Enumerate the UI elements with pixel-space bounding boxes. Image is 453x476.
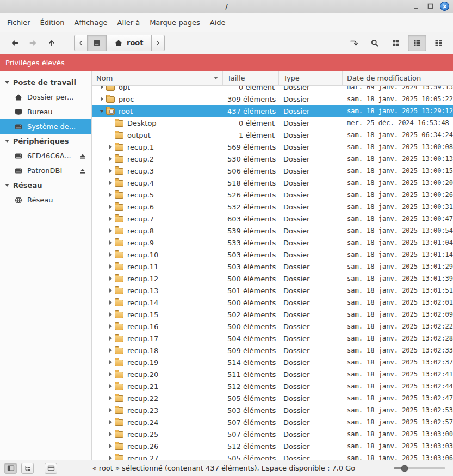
forward-button[interactable] — [24, 35, 42, 51]
breadcrumb-filesystem-button[interactable] — [87, 35, 107, 51]
sidebar-section-header[interactable]: Réseau — [0, 178, 91, 193]
sidebar-item[interactable]: Bureau — [0, 104, 91, 119]
expander-icon[interactable] — [106, 285, 115, 296]
column-header-type[interactable]: Type — [279, 71, 343, 85]
expander-icon[interactable] — [106, 308, 115, 320]
table-row[interactable]: recup.1569 élémentsDossiersam. 18 janv. … — [92, 141, 453, 153]
table-row[interactable]: output1 élémentDossiersam. 18 janv. 2025… — [92, 129, 453, 141]
expander-icon[interactable] — [106, 380, 115, 392]
table-row[interactable]: recup.16500 élémentsDossiersam. 18 janv.… — [92, 320, 453, 332]
expander-icon[interactable] — [106, 368, 115, 380]
table-row[interactable]: recup.9533 élémentsDossiersam. 18 janv. … — [92, 237, 453, 249]
menu-aide[interactable]: Aide — [205, 16, 231, 29]
sidebar-item[interactable]: Réseau — [0, 193, 91, 207]
table-row[interactable]: opt0 élémentDossiermar. 09 janv. 2024 15… — [92, 86, 453, 93]
list-view-button[interactable] — [408, 35, 426, 51]
titlebar[interactable]: / — [0, 0, 453, 13]
menu-affichage[interactable]: Affichage — [69, 16, 112, 29]
expander-icon[interactable] — [97, 86, 106, 93]
table-row[interactable]: recup.14500 élémentsDossiersam. 18 janv.… — [92, 296, 453, 308]
table-row[interactable]: recup.18509 élémentsDossiersam. 18 janv.… — [92, 344, 453, 356]
table-row[interactable]: recup.5526 élémentsDossiersam. 18 janv. … — [92, 189, 453, 201]
expander-icon[interactable] — [97, 105, 106, 117]
menu-marque-pages[interactable]: Marque-pages — [145, 16, 205, 29]
menu-edition[interactable]: Édition — [35, 16, 70, 29]
table-row[interactable]: recup.6532 élémentsDossiersam. 18 janv. … — [92, 201, 453, 213]
show-treeview-sidebar-button[interactable] — [21, 463, 34, 474]
table-row[interactable]: root437 élémentsDossiersam. 18 janv. 202… — [92, 105, 453, 117]
table-row[interactable]: recup.4518 élémentsDossiersam. 18 janv. … — [92, 177, 453, 189]
expander-icon[interactable] — [106, 225, 115, 237]
breadcrumb-scroll-left-button[interactable] — [74, 35, 88, 51]
show-places-sidebar-button[interactable] — [4, 463, 17, 474]
expander-icon[interactable] — [106, 320, 115, 332]
hide-sidebar-button[interactable] — [45, 463, 57, 474]
expander-icon[interactable] — [106, 440, 115, 452]
expander-icon[interactable] — [106, 261, 115, 273]
maximize-button[interactable] — [426, 2, 435, 11]
table-row[interactable]: recup.26512 élémentsDossiersam. 18 janv.… — [92, 440, 453, 452]
sidebar-section-header[interactable]: Périphériques — [0, 134, 91, 149]
table-row[interactable]: recup.20511 élémentsDossiersam. 18 janv.… — [92, 368, 453, 380]
sidebar-item[interactable]: PatronDBI — [0, 163, 91, 178]
expander-icon[interactable] — [106, 404, 115, 416]
column-header-taille[interactable]: Taille — [223, 71, 279, 85]
expander-icon[interactable] — [106, 416, 115, 428]
zoom-slider[interactable] — [394, 467, 445, 469]
table-row[interactable]: proc309 élémentsDossiersam. 18 janv. 202… — [92, 93, 453, 105]
expander-icon[interactable] — [106, 141, 115, 153]
expander-icon[interactable] — [106, 296, 115, 308]
expander-icon[interactable] — [106, 356, 115, 368]
menu-fichier[interactable]: Fichier — [2, 16, 35, 29]
expander-icon[interactable] — [106, 165, 115, 177]
expander-icon[interactable] — [106, 392, 115, 404]
table-row[interactable]: recup.8539 élémentsDossiersam. 18 janv. … — [92, 225, 453, 237]
minimize-button[interactable] — [412, 2, 421, 11]
zoom-slider-thumb[interactable] — [401, 465, 408, 472]
expander-icon[interactable] — [106, 153, 115, 165]
table-row[interactable]: recup.12500 élémentsDossiersam. 18 janv.… — [92, 273, 453, 285]
table-row[interactable]: recup.2530 élémentsDossiersam. 18 janv. … — [92, 153, 453, 165]
menu-aller-a[interactable]: Aller à — [113, 16, 145, 29]
expander-icon[interactable] — [106, 213, 115, 225]
expander-icon[interactable] — [106, 237, 115, 249]
column-header-date[interactable]: Date de modification — [343, 71, 453, 85]
expander-icon[interactable] — [97, 93, 106, 105]
sidebar-item[interactable]: Système de... — [0, 119, 91, 134]
expander-icon[interactable] — [106, 249, 115, 261]
table-row[interactable]: recup.3506 élémentsDossiersam. 18 janv. … — [92, 165, 453, 177]
table-row[interactable]: recup.7603 élémentsDossiersam. 18 janv. … — [92, 213, 453, 225]
expander-icon[interactable] — [106, 177, 115, 189]
table-row[interactable]: Desktop0 élémentDossiermer. 25 déc. 2024… — [92, 117, 453, 129]
table-row[interactable]: recup.22505 élémentsDossiersam. 18 janv.… — [92, 392, 453, 404]
close-button[interactable] — [440, 2, 449, 11]
up-button[interactable] — [42, 35, 61, 51]
sidebar-item[interactable]: Dossier per... — [0, 90, 91, 104]
sidebar-section-header[interactable]: Poste de travail — [0, 75, 91, 90]
compact-view-button[interactable] — [429, 35, 448, 51]
table-row[interactable]: recup.15502 élémentsDossiersam. 18 janv.… — [92, 308, 453, 320]
back-button[interactable] — [5, 35, 24, 51]
expander-icon[interactable] — [106, 273, 115, 285]
expander-icon[interactable] — [106, 201, 115, 213]
table-row[interactable]: recup.21512 élémentsDossiersam. 18 janv.… — [92, 380, 453, 392]
column-header-nom[interactable]: Nom — [92, 71, 223, 85]
expander-icon[interactable] — [106, 428, 115, 440]
table-row[interactable]: recup.27505 élémentsDossiersam. 18 janv.… — [92, 452, 453, 460]
eject-icon[interactable] — [78, 152, 87, 160]
expander-icon[interactable] — [106, 452, 115, 460]
breadcrumb-root-button[interactable]: root — [106, 35, 152, 51]
table-row[interactable]: recup.19514 élémentsDossiersam. 18 janv.… — [92, 356, 453, 368]
expander-icon[interactable] — [106, 344, 115, 356]
table-row[interactable]: recup.13501 élémentsDossiersam. 18 janv.… — [92, 285, 453, 296]
breadcrumb-scroll-right-button[interactable] — [151, 35, 165, 51]
expander-icon[interactable] — [106, 332, 115, 344]
search-button[interactable] — [365, 35, 384, 51]
table-row[interactable]: recup.11503 élémentsDossiersam. 18 janv.… — [92, 261, 453, 273]
table-row[interactable]: recup.25507 élémentsDossiersam. 18 janv.… — [92, 428, 453, 440]
zoom-slider-track[interactable] — [394, 467, 445, 469]
eject-icon[interactable] — [78, 166, 87, 175]
toggle-location-entry-button[interactable] — [344, 35, 363, 51]
table-row[interactable]: recup.23503 élémentsDossiersam. 18 janv.… — [92, 404, 453, 416]
icon-view-button[interactable] — [387, 35, 405, 51]
